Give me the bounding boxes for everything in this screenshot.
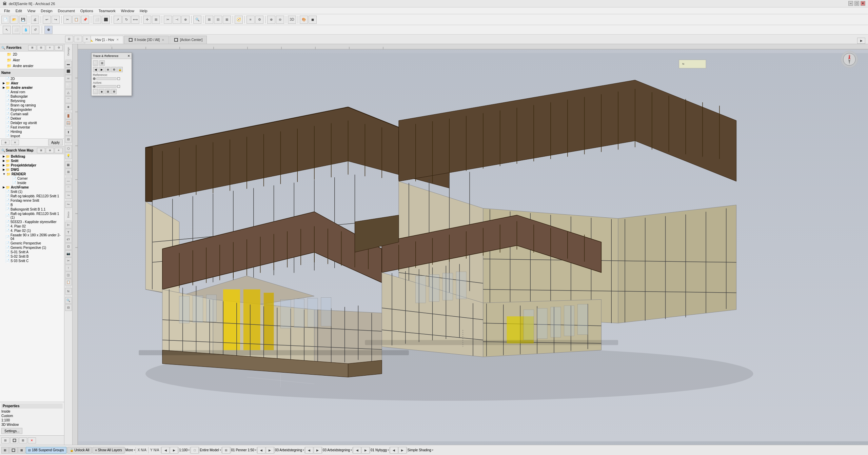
status-btn-left1[interactable]: ⊞ (1, 447, 9, 454)
trace-lock-button[interactable]: 🔒 (117, 67, 123, 72)
slab-tool[interactable]: ⬜ (65, 82, 72, 89)
drawing-set-dropdown[interactable]: 03 Arbeidstegning ▾ (275, 448, 304, 452)
print-button[interactable]: 🖨 (31, 16, 39, 24)
morph-tool[interactable]: ◈ (65, 103, 72, 110)
nav-icon3[interactable]: ≡ (83, 36, 91, 42)
show-layers-button[interactable]: ≡ Show All Layers (93, 447, 124, 454)
polyline-tool[interactable]: ⤳ (65, 192, 72, 199)
vm-item-fasade[interactable]: 📄 Fasade 90 x 180 x 2696 under 2-04 (0, 233, 64, 241)
vm-item-503323[interactable]: 📄 503323 - Kappliste styresvillier (0, 220, 64, 224)
fav-item-2d[interactable]: 📁 2D (0, 52, 64, 57)
vm-group-prosjekt[interactable]: ▶ 📁 Prosjektdetaljer (0, 163, 64, 167)
stair-tool[interactable]: ⬆ (65, 129, 72, 136)
panel-toggle[interactable]: ▶ (857, 38, 865, 44)
drawing-set2-dropdown[interactable]: 03 Arbeidstegning ▾ (323, 448, 352, 452)
active-opacity-slider[interactable] (96, 85, 117, 88)
drawing2-next[interactable]: ▶ (361, 447, 370, 454)
nybygg-dropdown[interactable]: 01 Nybygg ▾ (371, 448, 389, 452)
vm-item-balkong[interactable]: 📄 Balkongsnitt Snitt B 1.1 (0, 207, 64, 212)
object-tool[interactable]: ⬡ (65, 145, 72, 152)
nav-item-belysning[interactable]: 📄 Belysning (0, 99, 64, 103)
view2-button[interactable]: ⊟ (214, 16, 222, 24)
fav-list-button[interactable]: ≡ (46, 45, 54, 51)
mirror-button[interactable]: ⟺ (131, 16, 139, 24)
nav-icon1[interactable]: ⊞ (65, 36, 73, 42)
trace-bottom4[interactable]: ⚙ (111, 89, 117, 94)
trace-icon1[interactable]: ⬜ (93, 60, 98, 66)
nybygg-prev[interactable]: ◀ (390, 447, 398, 454)
redo-button[interactable]: ↪ (52, 16, 60, 24)
settings2-button[interactable]: ⚙ (255, 16, 263, 24)
vm-item-forslag[interactable]: 📄 Forslag renne Snitt (0, 198, 64, 203)
scale-dropdown[interactable]: 1:100 ▾ (179, 448, 190, 452)
nav-icon2[interactable]: □ (74, 36, 82, 42)
nav-item-bygnings[interactable]: 📄 Bygningsdeler (0, 107, 64, 112)
vm-item-raft1[interactable]: 📄 Raft og takopbb. RE1120 Snitt 1 (0, 194, 64, 198)
detail-tool[interactable]: 🔍 (65, 297, 72, 304)
nav-item-fast[interactable]: 📄 Fast inventar (0, 125, 64, 130)
3d-viewport[interactable]: N (78, 50, 868, 445)
intersect-button[interactable]: ⊕ (181, 16, 190, 24)
rotate-button[interactable]: ↻ (122, 16, 131, 24)
patch-tool[interactable]: ⊟ (65, 304, 72, 311)
trace-close-button[interactable]: ✕ (127, 54, 130, 58)
cut-button[interactable]: ✂ (63, 16, 72, 24)
menu-options[interactable]: Options (78, 8, 96, 14)
find-button[interactable]: 🔍 (193, 16, 201, 24)
vm-btn3[interactable]: ≡ (55, 148, 63, 153)
3d-button[interactable]: 3D (288, 16, 296, 24)
vm-item-s01[interactable]: 📄 S-01 Snitt A (0, 250, 64, 254)
select2-button[interactable]: ⬜ (12, 26, 20, 34)
reference-opacity-slider[interactable] (96, 77, 117, 80)
zoom-out-button[interactable]: ⊖ (276, 16, 284, 24)
wall-tool[interactable]: ▬ (65, 61, 72, 67)
trace-dialog-title[interactable]: Trace & Reference ✕ (92, 53, 132, 59)
arrow-button[interactable]: ↗ (114, 16, 122, 24)
nav-item-himling[interactable]: 📄 Himling (0, 130, 64, 134)
menu-teamwork[interactable]: Teamwork (96, 8, 118, 14)
vm-group-render[interactable]: ▼ 📁 RENDER (0, 172, 64, 176)
menu-file[interactable]: File (1, 8, 13, 14)
column-tool[interactable]: ⬛ (65, 68, 72, 75)
vm-group-dwg[interactable]: ▶ 📁 DWG (0, 167, 64, 172)
vm-item-s03[interactable]: 📄 S 03 Snitt C (0, 259, 64, 263)
status-btn-left3[interactable]: ⊠ (18, 447, 25, 454)
menu-window[interactable]: Window (118, 8, 137, 14)
arc-tool[interactable]: ⌒ (65, 185, 72, 192)
arrow2-button[interactable]: ↖ (3, 26, 11, 34)
drawing-next[interactable]: ▶ (314, 447, 322, 454)
prev-view-button[interactable]: ◀ (161, 447, 170, 454)
layers-button[interactable]: ≡ (246, 16, 255, 24)
nav-item-dekker[interactable]: 📄 Dekker (0, 116, 64, 121)
split-button[interactable]: ⊣ (173, 16, 181, 24)
mesh-tool[interactable]: ⊞ (65, 169, 72, 175)
lamp-tool[interactable]: 💡 (65, 152, 72, 159)
scope-icon[interactable]: ⊞ (222, 447, 230, 454)
favorites-action2[interactable]: ✕ (11, 140, 19, 145)
pen-set-dropdown[interactable]: 01 Penner 1:50 ▾ (231, 448, 256, 452)
view-mode-button[interactable]: □ (191, 447, 199, 454)
prop-btn4[interactable]: ✕ (28, 437, 36, 443)
canvas-area[interactable]: - (73, 44, 868, 445)
pen-prev[interactable]: ◀ (257, 447, 265, 454)
menu-help[interactable]: Help (137, 8, 150, 14)
vm-group-archframe[interactable]: ▶ 📁 ArchFrame (0, 185, 64, 190)
close-button[interactable]: ✕ (861, 1, 865, 6)
view1-button[interactable]: ⊞ (205, 16, 213, 24)
menu-view[interactable]: View (25, 8, 38, 14)
roof-tool[interactable]: △ (65, 89, 72, 96)
apply-button[interactable]: Apply (48, 139, 63, 145)
eyedropper-button[interactable]: 💧 (22, 26, 30, 34)
save-button[interactable]: 💾 (19, 16, 27, 24)
camera-tool[interactable]: 📷 (65, 250, 72, 257)
trace-prev-button[interactable]: ◀ (93, 67, 98, 72)
settings-button[interactable]: Settings... (1, 428, 22, 434)
drawing-prev[interactable]: ◀ (305, 447, 313, 454)
railing-tool[interactable]: ⊟ (65, 136, 72, 143)
vm-btn1[interactable]: ⊞ (37, 148, 45, 153)
door-tool[interactable]: 🚪 (65, 113, 72, 119)
material-button[interactable]: ◼ (309, 16, 317, 24)
trace-settings-button[interactable]: ⚙ (111, 67, 117, 72)
nav-item-brann[interactable]: 📄 Brann og røming (0, 103, 64, 107)
line-tool[interactable]: — (65, 178, 72, 184)
